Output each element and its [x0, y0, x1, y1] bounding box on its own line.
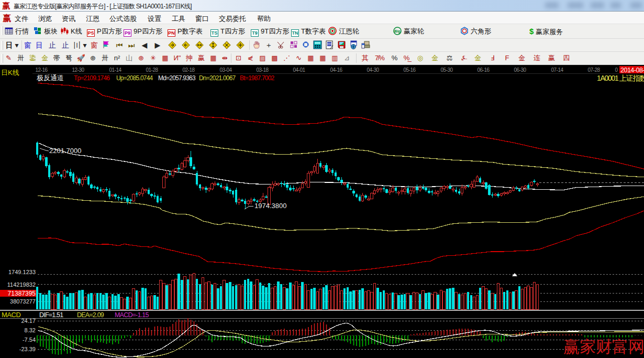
svg-text:06-16: 06-16 [477, 67, 490, 73]
svg-text:38073277: 38073277 [10, 298, 36, 305]
svg-text:07-28: 07-28 [587, 67, 600, 73]
svg-text:1749.1233: 1749.1233 [8, 269, 36, 275]
svg-text:114219832: 114219832 [7, 281, 36, 288]
svg-text:Big: Big [394, 29, 400, 34]
svg-text:Up=2085.0744: Up=2085.0744 [116, 74, 153, 82]
svg-text:8.32: 8.32 [25, 327, 36, 333]
svg-text:MACD: MACD [2, 311, 20, 319]
svg-text:2201.7000: 2201.7000 [49, 147, 81, 155]
svg-text:12-30: 12-30 [72, 67, 84, 73]
svg-text:极反通道: 极反通道 [37, 74, 64, 82]
svg-text:赢家财富网: 赢家财富网 [563, 338, 644, 356]
svg-text:Dn=2021.0067: Dn=2021.0067 [199, 74, 236, 82]
svg-text:07-14: 07-14 [551, 67, 563, 73]
svg-text:-23.39: -23.39 [19, 346, 36, 352]
svg-text:DIF=1.51: DIF=1.51 [39, 311, 63, 319]
svg-text:05-30: 05-30 [440, 67, 453, 73]
svg-text:1974.3800: 1974.3800 [254, 202, 286, 210]
svg-text:-7.54: -7.54 [23, 337, 36, 343]
svg-text:1A0001 上证指数: 1A0001 上证指数 [597, 74, 644, 82]
svg-text:03-04: 03-04 [219, 67, 232, 73]
svg-text:Tp=2109.1746: Tp=2109.1746 [74, 74, 110, 82]
svg-text:0: 0 [615, 67, 618, 73]
svg-text:04-30: 04-30 [367, 67, 379, 73]
svg-text:MACD=-1.15: MACD=-1.15 [115, 311, 149, 319]
svg-text:24.17: 24.17 [21, 318, 36, 324]
svg-text:01-28: 01-28 [146, 67, 158, 73]
svg-text:71387395: 71387395 [8, 290, 36, 297]
svg-text:Bt=1987.7002: Bt=1987.7002 [240, 74, 275, 82]
svg-text:日K线: 日K线 [1, 69, 19, 77]
svg-text:06-30: 06-30 [514, 67, 526, 73]
svg-text:01-14: 01-14 [109, 67, 121, 73]
svg-text:04-01: 04-01 [293, 67, 305, 73]
svg-text:02-18: 02-18 [182, 67, 195, 73]
svg-text:DEA=2.09: DEA=2.09 [77, 311, 104, 319]
svg-text:2014-08-2: 2014-08-2 [620, 67, 644, 74]
svg-text:12-16: 12-16 [35, 67, 48, 73]
svg-text:05-16: 05-16 [403, 67, 416, 73]
svg-text:04-16: 04-16 [330, 67, 342, 73]
svg-text:03-18: 03-18 [256, 67, 269, 73]
svg-text:Md=2057.9363: Md=2057.9363 [158, 74, 196, 82]
